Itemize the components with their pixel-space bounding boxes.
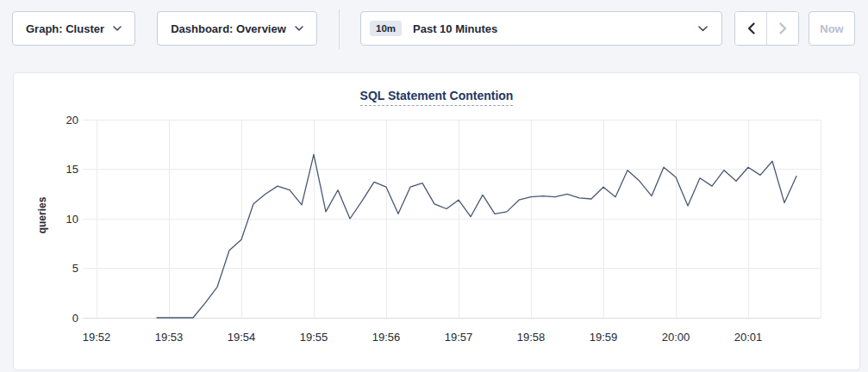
- y-tick-label: 15: [66, 163, 78, 176]
- dashboard-dropdown-label: Dashboard: Overview: [171, 22, 286, 35]
- toolbar-divider: [339, 9, 340, 49]
- chevron-left-icon: [747, 22, 755, 34]
- chevron-right-icon: [779, 22, 787, 34]
- next-time-button[interactable]: [766, 12, 798, 45]
- x-tick-label: 19:54: [228, 331, 256, 344]
- x-tick-label: 20:01: [734, 331, 763, 344]
- dashboard-page: Graph: Cluster Dashboard: Overview 10m P…: [0, 0, 868, 372]
- chart-line: [157, 154, 796, 318]
- graph-dropdown-label: Graph: Cluster: [26, 22, 104, 35]
- prev-time-button[interactable]: [735, 12, 766, 45]
- x-tick-label: 19:59: [590, 331, 618, 344]
- time-nav-group: [734, 11, 799, 46]
- chevron-down-icon: [698, 26, 708, 32]
- y-tick-label: 20: [66, 114, 78, 127]
- y-axis-label: queries: [36, 196, 48, 233]
- chevron-down-icon: [113, 26, 122, 31]
- y-tick-label: 10: [66, 213, 78, 226]
- chart-title-row: SQL Statement Contention: [14, 88, 859, 106]
- x-tick-label: 19:53: [155, 331, 184, 344]
- chart-panel: 0510152019:5219:5319:5419:5519:5619:5719…: [13, 72, 860, 370]
- y-tick-label: 5: [72, 262, 78, 275]
- x-tick-label: 19:57: [445, 331, 473, 344]
- now-button[interactable]: Now: [809, 11, 855, 46]
- x-tick-label: 20:00: [662, 331, 690, 344]
- chevron-down-icon: [295, 26, 303, 31]
- dashboard-dropdown[interactable]: Dashboard: Overview: [157, 11, 317, 46]
- x-tick-label: 19:56: [372, 331, 401, 344]
- x-tick-label: 19:55: [300, 331, 328, 344]
- time-window-selector[interactable]: 10m Past 10 Minutes: [360, 11, 722, 46]
- y-tick-label: 0: [72, 312, 78, 325]
- chart-title[interactable]: SQL Statement Contention: [360, 89, 514, 106]
- time-window-label: Past 10 Minutes: [413, 22, 497, 35]
- sql-contention-chart: 0510152019:5219:5319:5419:5519:5619:5719…: [14, 73, 859, 369]
- time-window-badge: 10m: [370, 21, 402, 36]
- x-tick-label: 19:58: [517, 331, 546, 344]
- graph-dropdown[interactable]: Graph: Cluster: [12, 11, 135, 46]
- x-tick-label: 19:52: [83, 331, 111, 344]
